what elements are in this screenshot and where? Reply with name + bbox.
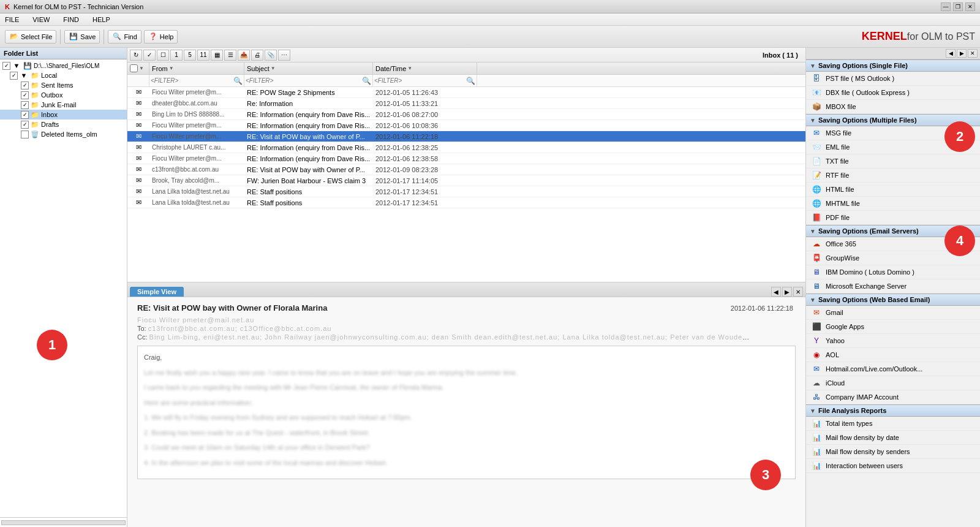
left-scrollbar[interactable] xyxy=(0,517,127,527)
export-btn[interactable]: 📤 xyxy=(238,50,250,61)
print-btn[interactable]: 🖨 xyxy=(251,50,263,61)
filter-datetime-search-icon[interactable]: 🔍 xyxy=(466,77,475,85)
option-gapps[interactable]: ⬛ Google Apps xyxy=(806,320,980,334)
filter-subject-cell[interactable]: 🔍 xyxy=(244,75,373,86)
inbox-checkbox[interactable]: ✓ xyxy=(21,111,29,119)
option-flow-date[interactable]: 📊 Mail flow density by date xyxy=(806,431,980,445)
option-cimap[interactable]: 🖧 Company IMAP Account xyxy=(806,390,980,404)
folder-sent-items[interactable]: ✓ 📁 Sent Items xyxy=(0,80,127,90)
root-checkbox[interactable]: ✓ xyxy=(2,62,10,70)
filter-datetime-cell[interactable]: 🔍 xyxy=(373,75,477,86)
preview-nav-right[interactable]: ▶ xyxy=(782,287,792,297)
option-html[interactable]: 🌐 HTML file xyxy=(806,183,980,197)
restore-button[interactable]: ❐ xyxy=(953,2,963,11)
preview-tab-simple-view[interactable]: Simple View xyxy=(130,287,184,297)
right-nav-close[interactable]: ✕ xyxy=(968,49,978,58)
email-row[interactable]: ✉ Fiocu Wilter pmeter@m... RE: Visit at … xyxy=(127,131,805,142)
menu-find[interactable]: FIND xyxy=(61,15,81,24)
help-button[interactable]: ❓ Help xyxy=(144,30,178,44)
menu-help[interactable]: HELP xyxy=(90,15,113,24)
option-pst[interactable]: 🗄 PST file ( MS Outlook ) xyxy=(806,72,980,86)
filter-from-input[interactable] xyxy=(151,77,233,84)
option-ibm[interactable]: 🖥 IBM Domino ( Lotus Domino ) xyxy=(806,265,980,279)
option-icloud[interactable]: ☁ iCloud xyxy=(806,376,980,390)
nav-11[interactable]: 11 xyxy=(197,50,209,61)
local-checkbox[interactable]: ✓ xyxy=(10,72,18,80)
email-row[interactable]: ✉ Brook, Tray abcold@m... FW: Jurien Boa… xyxy=(127,175,805,186)
option-exchange[interactable]: 🖥 Microsoft Exchange Server xyxy=(806,279,980,294)
email-row[interactable]: ✉ Lana Lilka tolda@test.net.au RE: Staff… xyxy=(127,186,805,197)
folder-root[interactable]: ✓ ▼ 💾 D:\...\Shared_Files\OLM xyxy=(0,61,127,70)
folder-tree[interactable]: ✓ ▼ 💾 D:\...\Shared_Files\OLM ✓ ▼ 📁 Loca… xyxy=(0,59,127,517)
filter-subject-input[interactable] xyxy=(246,77,362,84)
option-interaction[interactable]: 📊 Interaction between users xyxy=(806,459,980,473)
right-nav-right[interactable]: ▶ xyxy=(957,49,967,58)
email-row[interactable]: ✉ c13front@bbc.at.com.au RE: Visit at PO… xyxy=(127,164,805,175)
option-total-items[interactable]: 📊 Total item types xyxy=(806,417,980,431)
option-dbx[interactable]: 📧 DBX file ( Outlook Express ) xyxy=(806,86,980,100)
email-check-1[interactable]: ✉ xyxy=(127,99,149,108)
uncheck-button[interactable]: ☐ xyxy=(157,50,169,61)
email-row[interactable]: ✉ Fiocu Wilter pmeter@m... RE: Informati… xyxy=(127,120,805,131)
email-check-4[interactable]: ✉ xyxy=(127,132,149,141)
filter-btn[interactable]: ▦ xyxy=(211,50,223,61)
save-button[interactable]: 💾 Save xyxy=(64,30,100,44)
si-checkbox[interactable]: ✓ xyxy=(21,82,29,89)
folder-inbox[interactable]: ✓ 📁 Inbox xyxy=(0,110,127,119)
option-hotmail[interactable]: ✉ Hotmail.com/Live.com/Outlook... xyxy=(806,362,980,376)
section-single-file[interactable]: ▼ Saving Options (Single File) xyxy=(806,59,980,72)
col-header-check[interactable]: ▼ xyxy=(127,63,149,74)
del-checkbox[interactable] xyxy=(21,131,29,138)
filter-from-cell[interactable]: 🔍 xyxy=(149,75,244,86)
preview-nav-close[interactable]: ✕ xyxy=(793,287,803,297)
col-header-datetime[interactable]: Date/Time ▼ xyxy=(373,63,477,74)
option-mhtml[interactable]: 🌐 MHTML file xyxy=(806,197,980,211)
email-check-8[interactable]: ✉ xyxy=(127,176,149,185)
option-rtf[interactable]: 📝 RTF file xyxy=(806,169,980,183)
menu-file[interactable]: FILE xyxy=(2,15,21,24)
attach-btn[interactable]: 📎 xyxy=(265,50,277,61)
folder-outbox[interactable]: ✓ 📁 Outbox xyxy=(0,90,127,100)
email-check-0[interactable]: ✉ xyxy=(127,88,149,97)
filter-subject-search-icon[interactable]: 🔍 xyxy=(362,77,371,85)
option-txt[interactable]: 📄 TXT file xyxy=(806,154,980,169)
email-check-6[interactable]: ✉ xyxy=(127,154,149,163)
option-mbox[interactable]: 📦 MBOX file xyxy=(806,100,980,114)
minimize-button[interactable]: — xyxy=(941,2,951,11)
folder-junk[interactable]: ✓ 📁 Junk E-mail xyxy=(0,100,127,110)
view-btn[interactable]: ☰ xyxy=(224,50,236,61)
menu-view[interactable]: VIEW xyxy=(30,15,52,24)
option-aol[interactable]: ◉ AOL xyxy=(806,348,980,362)
email-check-3[interactable]: ✉ xyxy=(127,121,149,130)
right-nav-left[interactable]: ◀ xyxy=(946,49,956,58)
option-flow-senders[interactable]: 📊 Mail flow density by senders xyxy=(806,445,980,459)
ob-checkbox[interactable]: ✓ xyxy=(21,91,29,99)
left-scroll-track[interactable] xyxy=(1,520,126,525)
junk-checkbox[interactable]: ✓ xyxy=(21,101,29,109)
email-row[interactable]: ✉ Bing Lim to DHS 888888... RE: Informat… xyxy=(127,109,805,120)
filter-from-search-icon[interactable]: 🔍 xyxy=(233,77,243,85)
email-check-9[interactable]: ✉ xyxy=(127,188,149,196)
email-list[interactable]: ✉ Fiocu Wilter pmeter@m... RE: POW Stage… xyxy=(127,87,805,282)
email-row[interactable]: ✉ Christophe LAURET c.au... RE: Informat… xyxy=(127,142,805,153)
email-check-7[interactable]: ✉ xyxy=(127,165,149,174)
col-header-subject[interactable]: Subject ▼ xyxy=(244,63,373,74)
option-gmail[interactable]: ✉ Gmail xyxy=(806,306,980,320)
find-button[interactable]: 🔍 Find xyxy=(108,30,141,44)
folder-drafts[interactable]: ✓ 📁 Drafts xyxy=(0,119,127,129)
nav-5[interactable]: 5 xyxy=(184,50,196,61)
option-yahoo[interactable]: Y Yahoo xyxy=(806,334,980,348)
email-row[interactable]: ✉ dheater@bbc.at.com.au Re: Information … xyxy=(127,98,805,109)
email-check-5[interactable]: ✉ xyxy=(127,143,149,152)
folder-local[interactable]: ✓ ▼ 📁 Local xyxy=(0,70,127,80)
section-web-email[interactable]: ▼ Saving Options (Web Based Email) xyxy=(806,294,980,306)
nav-1[interactable]: 1 xyxy=(170,50,183,61)
filter-datetime-input[interactable] xyxy=(374,77,466,84)
drafts-checkbox[interactable]: ✓ xyxy=(21,121,29,129)
option-pdf[interactable]: 📕 PDF file xyxy=(806,211,980,225)
email-row[interactable]: ✉ Fiocu Wilter pmeter@m... RE: POW Stage… xyxy=(127,87,805,98)
close-button[interactable]: ✕ xyxy=(965,2,975,11)
preview-nav-left[interactable]: ◀ xyxy=(771,287,781,297)
email-row[interactable]: ✉ Fiocu Wilter pmeter@m... RE: Informati… xyxy=(127,153,805,164)
select-file-button[interactable]: 📂 Select File xyxy=(5,30,56,44)
